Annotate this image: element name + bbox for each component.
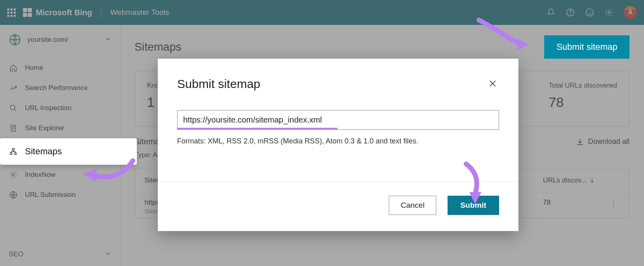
sitemap-icon (9, 147, 18, 156)
svg-rect-9 (12, 149, 14, 150)
submit-button[interactable]: Submit (448, 196, 499, 215)
cancel-button[interactable]: Cancel (389, 196, 436, 215)
formats-hint: Formats: XML, RSS 2.0, mRSS (Media RSS),… (177, 137, 499, 145)
svg-rect-11 (14, 153, 16, 154)
sitemap-url-input[interactable] (177, 110, 499, 130)
modal-title: Submit sitemap (177, 77, 260, 91)
nav-label: Sitemaps (25, 146, 62, 157)
svg-rect-10 (10, 153, 12, 154)
annotation-underline (177, 128, 337, 130)
submit-sitemap-button[interactable]: Submit sitemap (544, 35, 630, 59)
nav-sitemaps[interactable]: Sitemaps (0, 138, 137, 165)
close-button[interactable] (486, 77, 499, 92)
close-icon (488, 79, 497, 88)
submit-sitemap-modal: Submit sitemap Formats: XML, RSS 2.0, mR… (158, 59, 518, 231)
